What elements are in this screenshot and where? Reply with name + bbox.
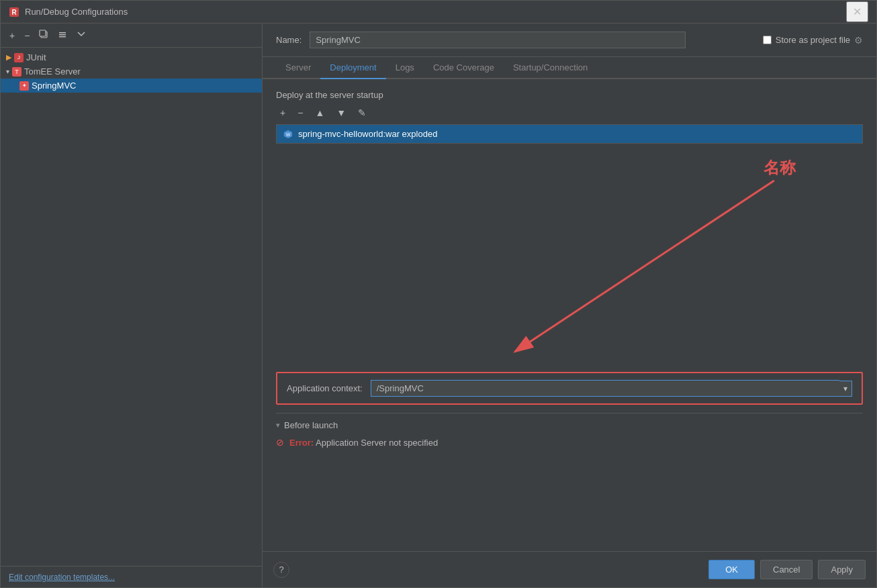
sidebar-item-label: JUnit [26,52,46,62]
title-bar: R Run/Debug Configurations ✕ [1,1,876,23]
remove-artifact-button[interactable]: − [293,105,307,120]
deploy-label: Deploy at the server startup [276,90,863,100]
cancel-button[interactable]: Cancel [760,560,813,579]
artifact-list: W spring-mvc-helloworld:war exploded [276,124,863,144]
springmvc-icon: ✦ [19,81,29,91]
apply-button[interactable]: Apply [818,560,866,579]
artifact-name: spring-mvc-helloworld:war exploded [298,129,437,139]
error-text: Error: Application Server not specified [289,438,438,448]
move-up-artifact-button[interactable]: ▲ [311,105,328,120]
dialog-title: Run/Debug Configurations [25,7,846,17]
app-context-dropdown-button[interactable]: ▾ [839,381,852,397]
left-bottom: Edit configuration templates... [1,566,262,587]
app-context-section: Application context: ▾ [276,372,863,405]
left-panel: + − [1,23,263,587]
left-toolbar: + − [1,23,262,48]
svg-text:W: W [286,132,291,137]
annotation-area: 名称 [276,144,863,372]
help-button[interactable]: ? [273,562,289,578]
sort-config-button[interactable] [73,28,89,43]
copy-config-button[interactable] [36,28,52,43]
tab-server[interactable]: Server [276,57,320,79]
add-artifact-button[interactable]: + [276,105,289,120]
config-tree: ▶ J JUnit ▾ T TomEE Server ✦ SpringMVC [1,48,262,566]
svg-text:R: R [11,9,17,16]
before-launch-header: ▾ Before launch [276,420,863,430]
svg-line-10 [515,181,774,352]
app-context-input[interactable] [371,380,839,397]
store-project-checkbox[interactable] [763,36,772,44]
annotation-text: 名称 [764,157,796,179]
chevron-down-icon: ▾ [6,68,9,75]
tab-startup[interactable]: Startup/Connection [504,57,597,79]
error-icon: ⊘ [276,437,284,448]
chevron-right-icon: ▶ [6,53,11,62]
artifact-icon: W [283,130,293,139]
tomee-icon: T [12,67,21,77]
error-message: Application Server not specified [316,438,438,448]
sidebar-item-label: TomEE Server [24,66,81,77]
add-config-button[interactable]: + [6,28,18,43]
gear-icon[interactable]: ⚙ [854,35,863,46]
svg-rect-6 [59,36,66,38]
edit-templates-link[interactable]: Edit configuration templates... [9,573,115,582]
close-button[interactable]: ✕ [846,1,868,22]
app-context-input-wrap: ▾ [371,380,852,397]
main-content: + − [1,23,876,587]
run-debug-dialog: R Run/Debug Configurations ✕ + − [0,0,877,588]
store-project-area: Store as project file ⚙ [763,35,863,46]
deployment-content: Deploy at the server startup + − ▲ ▼ ✎ W [263,79,876,551]
sidebar-item-label: SpringMVC [32,81,76,91]
ok-button[interactable]: OK [708,560,755,579]
sidebar-item-springmvc[interactable]: ✦ SpringMVC [1,79,262,93]
annotation-arrow [276,144,863,372]
svg-rect-3 [40,30,46,36]
before-launch-toggle[interactable]: ▾ [276,421,280,430]
artifact-row[interactable]: W spring-mvc-helloworld:war exploded [277,125,862,143]
edit-artifact-button[interactable]: ✎ [354,105,370,120]
sidebar-item-junit[interactable]: ▶ J JUnit [1,50,262,64]
tab-logs[interactable]: Logs [386,57,424,79]
store-project-label: Store as project file [776,35,850,45]
dialog-icon: R [9,7,19,17]
move-config-button[interactable] [54,28,71,43]
junit-icon: J [14,53,24,62]
config-header: Name: Store as project file ⚙ [263,23,876,57]
move-down-artifact-button[interactable]: ▼ [332,105,350,120]
name-label: Name: [276,35,302,45]
error-row: ⊘ Error: Application Server not specifie… [276,434,863,450]
tab-code-coverage[interactable]: Code Coverage [424,57,504,79]
tabs-bar: Server Deployment Logs Code Coverage Sta… [263,57,876,79]
tab-deployment[interactable]: Deployment [320,57,385,79]
deploy-toolbar: + − ▲ ▼ ✎ [276,105,863,120]
name-input[interactable] [310,32,686,48]
svg-rect-5 [59,34,66,36]
before-launch-title: Before launch [284,420,338,430]
error-prefix: Error: [289,438,314,448]
right-panel: Name: Store as project file ⚙ Server Dep… [263,23,876,587]
remove-config-button[interactable]: − [21,28,33,43]
sidebar-item-tomee[interactable]: ▾ T TomEE Server [1,64,262,79]
before-launch-section: ▾ Before launch ⊘ Error: Application Ser… [276,413,863,450]
bottom-bar: ? OK Cancel Apply [263,551,876,587]
svg-rect-4 [59,32,66,34]
app-context-label: Application context: [287,383,363,393]
